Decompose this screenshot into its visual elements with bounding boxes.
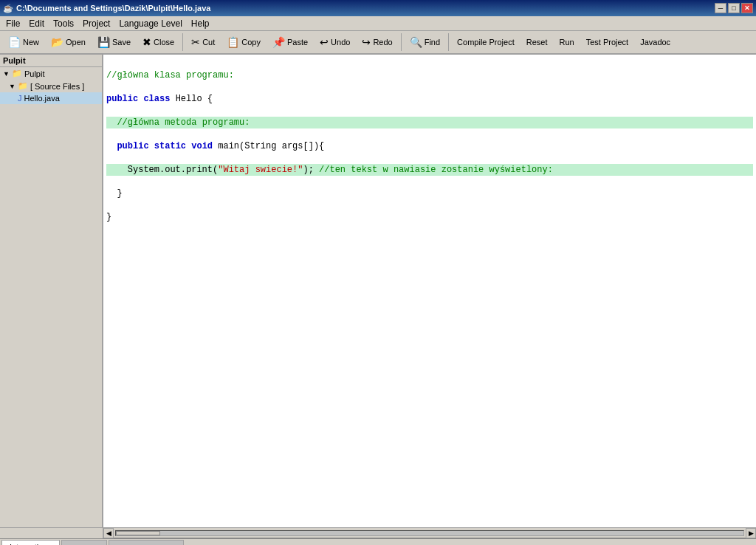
toolbar-separator-2 (401, 33, 402, 51)
new-icon: 📄 (8, 36, 21, 48)
scroll-right-button[interactable]: ▶ (746, 528, 756, 538)
cut-label: Cut (202, 38, 215, 47)
sidebar-header: Pulpit (0, 55, 102, 67)
scroll-left-button[interactable]: ◀ (103, 528, 114, 538)
editor-h-scroll[interactable]: ◀ ▶ (103, 528, 756, 538)
compile-project-label: Compile Project (457, 38, 515, 47)
reset-button[interactable]: Reset (521, 32, 553, 52)
redo-button[interactable]: ↪ Redo (357, 32, 397, 52)
sidebar-item-label: Pulpit (24, 69, 45, 78)
menu-edit[interactable]: Edit (24, 17, 49, 30)
keyword-class: class (143, 94, 170, 104)
sidebar-h-scroll (0, 528, 103, 538)
open-label: Open (66, 38, 86, 47)
sidebar-item-label: [ Source Files ] (30, 82, 84, 91)
redo-label: Redo (373, 38, 392, 47)
undo-button[interactable]: ↩ Undo (315, 32, 355, 52)
open-icon: 📂 (51, 36, 63, 48)
paste-icon: 📌 (272, 36, 285, 48)
menu-language-level[interactable]: Language Level (114, 17, 186, 30)
sidebar-item-label: Hello.java (24, 94, 60, 103)
close-file-icon: ✖ (142, 36, 151, 48)
keyword-public: public (106, 94, 138, 104)
compile-project-button[interactable]: Compile Project (452, 32, 520, 52)
code-line-7: } (106, 211, 753, 223)
main-area: Pulpit ▼ 📁 Pulpit ▼ 📁 [ Source Files ] J… (0, 55, 756, 527)
undo-label: Undo (331, 38, 350, 47)
sidebar-item-hello-java[interactable]: J Hello.java (0, 92, 102, 104)
folder-icon: 📁 (18, 81, 28, 91)
run-button[interactable]: Run (554, 32, 579, 52)
java-file-icon: J (18, 94, 22, 103)
code-line-6: } (106, 188, 753, 199)
toolbar: 📄 New 📂 Open 💾 Save ✖ Close ✂ Cut 📋 Copy… (0, 31, 756, 55)
title-bar-controls: ─ □ ✕ (715, 3, 753, 13)
find-button[interactable]: 🔍 Find (405, 32, 445, 52)
copy-icon: 📋 (227, 36, 239, 48)
new-label: New (23, 38, 39, 47)
copy-button[interactable]: 📋 Copy (221, 32, 266, 52)
expand-icon: ▼ (3, 70, 10, 78)
paste-button[interactable]: 📌 Paste (267, 32, 313, 52)
sidebar-title: Pulpit (3, 56, 26, 65)
title-bar: ☕ C:\Documents and Settings\Dazik\Pulpit… (0, 0, 756, 16)
save-button[interactable]: 💾 Save (92, 32, 136, 52)
code-line-2: public class Hello { (106, 93, 753, 105)
paste-label: Paste (287, 38, 308, 47)
find-label: Find (425, 38, 440, 47)
sidebar-item-source-files[interactable]: ▼ 📁 [ Source Files ] (0, 80, 102, 92)
save-label: Save (112, 38, 131, 47)
code-line-3: //główna metoda programu: (106, 117, 753, 128)
cut-icon: ✂ (191, 36, 200, 48)
open-button[interactable]: 📂 Open (46, 32, 91, 52)
new-button[interactable]: 📄 New (3, 32, 44, 52)
scroll-track[interactable] (115, 530, 744, 536)
code-comment: //główna metoda programu: (117, 117, 250, 128)
copy-label: Copy (241, 38, 261, 47)
code-line-5: System.out.print("Witaj swiecie!"); //te… (106, 164, 753, 176)
close-button[interactable]: ✕ (741, 3, 753, 13)
javadoc-label: Javadoc (640, 38, 670, 47)
code-comment: //główna klasa programu: (106, 70, 234, 80)
editor-area[interactable]: //główna klasa programu: public class He… (103, 55, 756, 527)
sidebar-item-pulpit[interactable]: ▼ 📁 Pulpit (0, 67, 102, 80)
code-line-4: public static void main(String args[]){ (106, 140, 753, 152)
close-file-label: Close (154, 38, 174, 47)
title-bar-text: C:\Documents and Settings\Dazik\Pulpit\H… (16, 4, 210, 13)
title-bar-left: ☕ C:\Documents and Settings\Dazik\Pulpit… (3, 4, 210, 13)
menu-project[interactable]: Project (78, 17, 114, 30)
expand-icon: ▼ (9, 83, 16, 90)
test-project-label: Test Project (586, 38, 628, 47)
find-icon: 🔍 (410, 36, 422, 48)
scroll-thumb[interactable] (116, 531, 160, 535)
tab-bar: Interactions Console Compiler Output (0, 539, 756, 545)
maximize-button[interactable]: □ (728, 3, 740, 13)
bottom-panel: Interactions Console Compiler Output Wel… (0, 538, 756, 545)
keyword-void: void (191, 141, 213, 151)
menu-tools[interactable]: Tools (49, 17, 78, 30)
tab-interactions[interactable]: Interactions (1, 540, 60, 545)
toolbar-separator-3 (448, 33, 449, 51)
toolbar-separator-1 (182, 33, 183, 51)
redo-icon: ↪ (362, 36, 371, 48)
horizontal-scrollbar[interactable]: ◀ ▶ (0, 527, 756, 538)
tab-compiler-output[interactable]: Compiler Output (109, 540, 184, 545)
cut-button[interactable]: ✂ Cut (186, 32, 220, 52)
reset-label: Reset (526, 38, 548, 47)
close-file-button[interactable]: ✖ Close (137, 32, 179, 52)
keyword-public2: public (117, 141, 148, 151)
minimize-button[interactable]: ─ (715, 3, 726, 13)
test-project-button[interactable]: Test Project (581, 32, 633, 52)
sidebar: Pulpit ▼ 📁 Pulpit ▼ 📁 [ Source Files ] J… (0, 55, 103, 527)
run-label: Run (559, 38, 574, 47)
code-editor[interactable]: //główna klasa programu: public class He… (103, 55, 756, 527)
keyword-static: static (154, 141, 186, 151)
string-literal: "Witaj swiecie!" (218, 165, 303, 175)
javadoc-button[interactable]: Javadoc (635, 32, 676, 52)
menu-file[interactable]: File (1, 17, 24, 30)
code-comment2: //ten tekst w nawiasie zostanie wyświetl… (319, 165, 553, 175)
menu-bar: File Edit Tools Project Language Level H… (0, 16, 756, 31)
save-icon: 💾 (97, 36, 110, 48)
menu-help[interactable]: Help (187, 17, 214, 30)
tab-console[interactable]: Console (61, 540, 107, 545)
